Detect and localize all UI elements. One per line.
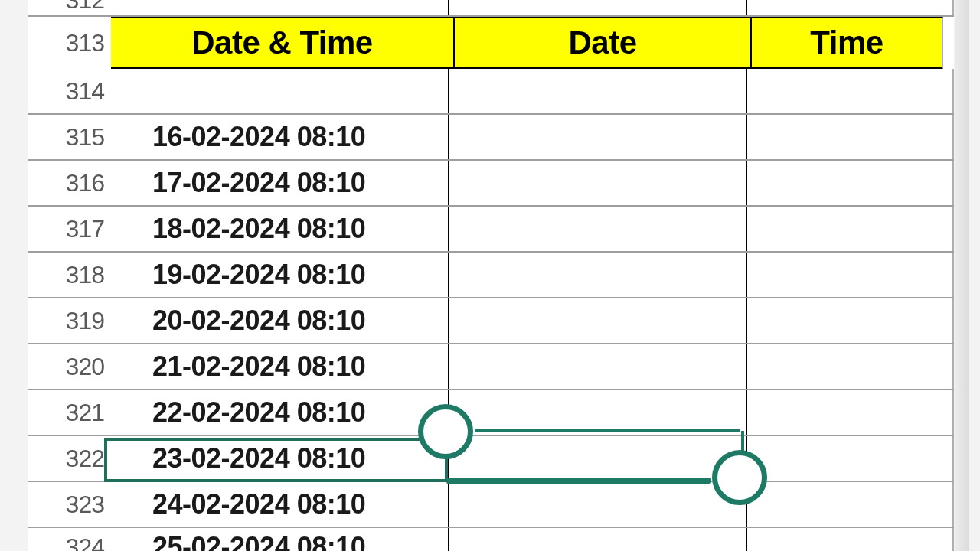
column-header-time[interactable]: Time [752,17,943,69]
row-header[interactable]: 315 [28,115,111,159]
cell-b324[interactable] [449,528,747,551]
row-321[interactable]: 321 22-02-2024 08:10 [28,390,954,436]
cell-b322-active[interactable] [449,436,747,481]
row-header[interactable]: 312 [28,0,111,15]
cell-c321[interactable] [747,390,954,435]
cell-c314[interactable] [747,69,954,113]
cell-b318[interactable] [449,253,747,297]
cell-a318[interactable]: 19-02-2024 08:10 [111,253,449,297]
cell-a321[interactable]: 22-02-2024 08:10 [111,390,449,435]
cell-a323[interactable]: 24-02-2024 08:10 [111,482,449,527]
row-315[interactable]: 315 16-02-2024 08:10 [28,115,954,161]
row-322[interactable]: 322 23-02-2024 08:10 [28,436,954,482]
scrollbar-region[interactable] [956,0,969,551]
row-header[interactable]: 316 [28,161,111,205]
row-header[interactable]: 320 [28,344,111,389]
row-314[interactable]: 314 [28,69,954,115]
cell-b320[interactable] [449,344,747,389]
cell-c323[interactable] [747,482,954,527]
row-320[interactable]: 320 21-02-2024 08:10 [28,344,954,390]
cell-a316[interactable]: 17-02-2024 08:10 [111,161,449,205]
row-323[interactable]: 323 24-02-2024 08:10 [28,482,954,528]
cell-a314[interactable] [111,69,449,113]
row-313-header[interactable]: 313 Date & Time Date Time [28,17,954,69]
cell-c320[interactable] [747,344,954,389]
row-318[interactable]: 318 19-02-2024 08:10 [28,253,954,298]
cell-b314[interactable] [449,69,747,113]
cell-b312[interactable] [449,0,747,15]
row-316[interactable]: 316 17-02-2024 08:10 [28,161,954,207]
cell-a322[interactable]: 23-02-2024 08:10 [111,436,449,481]
cell-a319[interactable]: 20-02-2024 08:10 [111,298,449,343]
cell-c319[interactable] [747,298,954,343]
row-317[interactable]: 317 18-02-2024 08:10 [28,207,954,253]
cell-b321[interactable] [449,390,747,435]
column-header-date[interactable]: Date [455,17,752,69]
cell-a315[interactable]: 16-02-2024 08:10 [111,115,449,159]
cell-c317[interactable] [747,207,954,251]
cell-c322[interactable] [747,436,954,481]
cell-b323[interactable] [449,482,747,527]
column-header-date-time[interactable]: Date & Time [111,17,455,69]
cell-a324[interactable]: 25-02-2024 08:10 [111,528,449,551]
row-header[interactable]: 324 [28,528,111,551]
row-header[interactable]: 323 [28,482,111,527]
cell-a312[interactable] [111,0,449,15]
row-312[interactable]: 312 [28,0,954,17]
spreadsheet-grid[interactable]: 312 313 Date & Time Date Time 314 315 16… [28,0,954,551]
cell-c315[interactable] [747,115,954,159]
row-header[interactable]: 319 [28,298,111,343]
cell-b317[interactable] [449,207,747,251]
cell-b316[interactable] [449,161,747,205]
cell-a317[interactable]: 18-02-2024 08:10 [111,207,449,251]
cell-b319[interactable] [449,298,747,343]
cell-c312[interactable] [747,0,954,15]
row-319[interactable]: 319 20-02-2024 08:10 [28,298,954,344]
row-header[interactable]: 321 [28,390,111,435]
row-header[interactable]: 318 [28,253,111,297]
cell-a320[interactable]: 21-02-2024 08:10 [111,344,449,389]
cell-b315[interactable] [449,115,747,159]
row-header[interactable]: 322 [28,436,111,481]
cell-c316[interactable] [747,161,954,205]
row-header[interactable]: 313 [28,17,111,69]
cell-c318[interactable] [747,253,954,297]
cell-c324[interactable] [747,528,954,551]
row-324[interactable]: 324 25-02-2024 08:10 [28,528,954,551]
row-header[interactable]: 314 [28,69,111,113]
row-header[interactable]: 317 [28,207,111,251]
